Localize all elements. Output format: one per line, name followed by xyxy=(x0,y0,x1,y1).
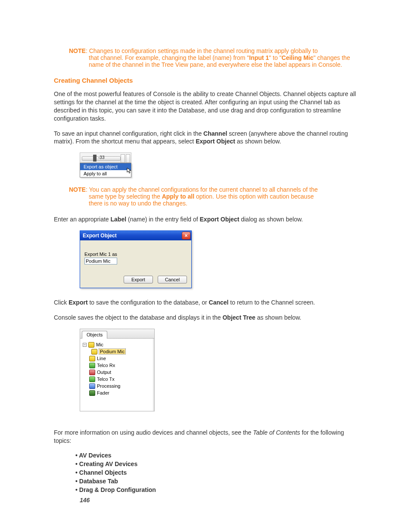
para4-export: Export xyxy=(68,299,87,306)
tree-label-telco-rx: Telco Rx xyxy=(97,363,115,368)
para4-cancel: Cancel xyxy=(209,299,229,306)
tree-label-line: Line xyxy=(97,356,106,361)
para-3: Enter an appropriate Label (name) in the… xyxy=(54,215,357,224)
figure-context-menu: -33 Export as object Apply to all xyxy=(80,152,131,177)
note-label: NOTE xyxy=(69,47,86,54)
tree-node-output[interactable]: Output xyxy=(82,369,153,376)
dialog-button-row: Export Cancel xyxy=(80,269,191,288)
note2-line2: same type by selecting the Apply to all … xyxy=(89,193,357,200)
folder-icon xyxy=(88,342,94,348)
note2-line3: there is no way to undo the changes. xyxy=(89,200,357,207)
dialog-titlebar: Export Object × xyxy=(80,231,191,240)
tree-label-processing: Processing xyxy=(97,383,120,389)
page-number: 146 xyxy=(80,497,90,504)
para-6: For more information on using audio devi… xyxy=(54,429,357,445)
topics-list: AV Devices Creating AV Devices Channel O… xyxy=(75,452,357,493)
figure-export-dialog: Export Object × Export Mic 1 as Export C… xyxy=(80,230,192,288)
menu-item-export-as-object[interactable]: Export as object xyxy=(80,163,131,170)
folder-icon xyxy=(89,383,95,389)
note2-line1: : You can apply the channel configuratio… xyxy=(86,186,318,193)
object-icon xyxy=(91,349,97,355)
cancel-button[interactable]: Cancel xyxy=(158,276,187,283)
para4-a: Click xyxy=(54,299,68,306)
note2-label: NOTE xyxy=(69,186,86,193)
para3-c: dialog as shown below. xyxy=(239,216,303,223)
para4-c: to return to the Channel screen. xyxy=(228,299,315,306)
para-5: Console saves the object to the database… xyxy=(54,314,357,322)
topic-channel-objects: Channel Objects xyxy=(75,469,357,476)
topic-database-tab: Database Tab xyxy=(75,478,357,485)
folder-icon xyxy=(89,376,95,382)
folder-icon xyxy=(89,363,95,368)
dialog-title: Export Object xyxy=(83,233,117,239)
dialog-body: Export Mic 1 as xyxy=(80,240,191,269)
tree-label-podium: Podium Mic xyxy=(99,349,125,354)
context-menu: Export as object Apply to all xyxy=(80,163,131,177)
note-block-1: NOTE: Changes to configuration settings … xyxy=(69,47,357,68)
slider-knob[interactable] xyxy=(93,155,97,162)
document-page: NOTE: Changes to configuration settings … xyxy=(0,0,411,521)
tree-label-output: Output xyxy=(97,370,111,375)
topic-creating-av-devices: Creating AV Devices xyxy=(75,460,357,467)
tree-node-telco-tx[interactable]: Telco Tx xyxy=(82,376,153,383)
tree-node-fader[interactable]: Fader xyxy=(82,389,153,396)
note-block-2: NOTE: You can apply the channel configur… xyxy=(69,186,357,207)
tree-node-line[interactable]: Line xyxy=(82,355,153,362)
para2-c: as shown below. xyxy=(235,138,281,145)
note-text-line1: : Changes to configuration settings made… xyxy=(86,47,318,54)
para6-toc: Table of Contents xyxy=(253,429,300,436)
tree-tab-objects[interactable]: Objects xyxy=(82,331,107,339)
tree-node-mic[interactable]: − Mic xyxy=(82,341,153,348)
tree-label-mic: Mic xyxy=(96,342,103,347)
note1-mid: " to " xyxy=(269,54,281,61)
tree-tab-row: Objects xyxy=(80,329,154,339)
note1-rest-a: that channel. For example, changing the … xyxy=(89,54,249,61)
tree-node-telco-rx[interactable]: Telco Rx xyxy=(82,362,153,369)
para-4: Click Export to save the configuration t… xyxy=(54,299,357,307)
topic-drag-drop-config: Drag & Drop Configuration xyxy=(75,486,357,493)
cursor-icon xyxy=(127,168,133,174)
note2-apply: Apply to all xyxy=(162,193,194,200)
tree-node-processing[interactable]: Processing xyxy=(82,383,153,389)
folder-icon xyxy=(89,370,95,375)
para-1: One of the most powerful features of Con… xyxy=(54,90,357,123)
topic-av-devices: AV Devices xyxy=(75,452,357,459)
para3-label: Label xyxy=(111,216,127,223)
menu-item-apply-to-all[interactable]: Apply to all xyxy=(80,170,131,177)
dialog-name-input[interactable] xyxy=(84,258,117,264)
para2-export: Export Object xyxy=(196,138,235,145)
expander-icon[interactable]: − xyxy=(83,343,87,347)
slider-value: -33 xyxy=(98,155,104,160)
figure-object-tree: Objects − Mic Podium Mic Line Telco Rx xyxy=(80,329,155,411)
para3-a: Enter an appropriate xyxy=(54,216,111,223)
para6-a: For more information on using audio devi… xyxy=(54,429,253,436)
para2-channel: Channel xyxy=(203,130,227,137)
scrollbar-ghost xyxy=(153,339,154,411)
export-button[interactable]: Export xyxy=(124,276,153,283)
para3-export: Export Object xyxy=(200,216,240,223)
para2-a: To save an input channel configuration, … xyxy=(54,130,203,137)
folder-icon xyxy=(89,390,95,396)
section-heading: Creating Channel Objects xyxy=(54,77,357,84)
dialog-prompt: Export Mic 1 as xyxy=(84,252,187,257)
tree-label-fader: Fader xyxy=(97,390,109,395)
tree-node-podium-mic[interactable]: Podium Mic xyxy=(82,348,153,355)
para4-b: to save the configuration to the databas… xyxy=(88,299,209,306)
dialog-close-button[interactable]: × xyxy=(182,232,190,240)
para5-a: Console saves the object to the database… xyxy=(54,314,222,321)
note2-line2a: same type by selecting the xyxy=(89,193,162,200)
tree-body: − Mic Podium Mic Line Telco Rx O xyxy=(80,339,154,411)
note1-ceiling: Ceiling Mic xyxy=(282,54,314,61)
para-2: To save an input channel configuration, … xyxy=(54,130,357,146)
para5-tree: Object Tree xyxy=(222,314,255,321)
tree-label-telco-tx: Telco Tx xyxy=(97,376,115,382)
folder-icon xyxy=(89,356,95,361)
para3-b: (name) in the entry field of xyxy=(126,216,199,223)
note1-input1: Input 1 xyxy=(249,54,269,61)
para5-b: as shown below. xyxy=(255,314,302,321)
slider-strip: -33 xyxy=(80,152,131,163)
note2-line2b: option. Use this option with caution bec… xyxy=(194,193,314,200)
menu-item-apply-label: Apply to all xyxy=(84,171,107,176)
note-body-rest: that channel. For example, changing the … xyxy=(89,54,357,68)
slider-side-boxes xyxy=(121,154,130,163)
